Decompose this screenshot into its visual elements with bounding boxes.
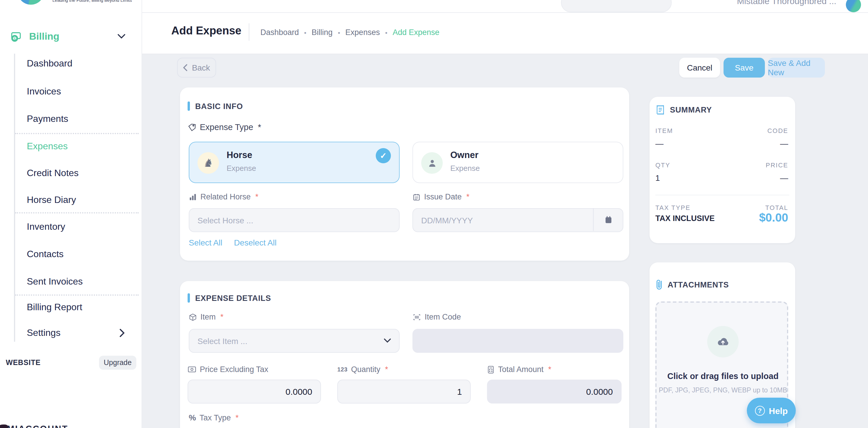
website-row: WEBSITE Upgrade — [0, 353, 142, 372]
receipt-icon — [655, 104, 665, 115]
calendar-icon — [412, 193, 421, 201]
sidebar-item-sent-invoices[interactable]: Sent Invoices — [27, 276, 83, 288]
app-window: Leading the Future, Billing Beyond Limit… — [0, 0, 868, 428]
summary-code-label: CODE — [767, 127, 788, 134]
breadcrumb-expenses[interactable]: Expenses — [345, 28, 380, 37]
select-all-link[interactable]: Select All — [189, 238, 222, 247]
question-icon: ? — [755, 405, 765, 416]
summary-price-label: PRICE — [766, 162, 788, 169]
sidebar-item-invoices[interactable]: Invoices — [27, 86, 61, 98]
expense-type-horse-card[interactable]: ♞ Horse Expense ✓ — [189, 142, 400, 183]
save-button[interactable]: Save — [723, 58, 765, 78]
expense-type-label: Expense Type * — [188, 122, 261, 132]
upgrade-button[interactable]: Upgrade — [99, 356, 136, 370]
basic-info-title: BASIC INFO — [195, 102, 243, 111]
summary-divider — [655, 195, 789, 195]
required-mark: * — [385, 365, 388, 374]
required-mark: * — [255, 193, 259, 201]
calendar-picker-button[interactable] — [593, 208, 623, 231]
breadcrumb: Dashboard • Billing • Expenses • Add Exp… — [260, 28, 439, 37]
expense-details-card: EXPENSE DETAILS Item * Select Item ... I… — [180, 281, 629, 428]
required-mark: * — [466, 193, 469, 201]
item-code-label: Item Code — [412, 313, 461, 321]
type-name: Owner — [450, 150, 478, 160]
barcode-icon — [412, 313, 421, 321]
summary-item-value: — — [655, 139, 663, 148]
summary-total-label: TOTAL — [765, 204, 788, 211]
save-add-new-button[interactable]: Save & Add New — [768, 58, 825, 78]
required-mark: * — [548, 365, 551, 374]
website-label: WEBSITE — [6, 359, 41, 367]
summary-code-value: — — [780, 139, 788, 148]
box-icon — [189, 313, 197, 321]
sidebar-item-contacts[interactable]: Contacts — [27, 249, 63, 261]
breadcrumb-billing[interactable]: Billing — [312, 28, 333, 37]
basic-info-header: BASIC INFO — [188, 102, 243, 111]
horse-select-links: Select All Deselect All — [189, 238, 277, 247]
dropzone-hint: PDF, JPG, JPEG, PNG, WEBP up to 10MB — [656, 387, 789, 394]
summary-header: SUMMARY — [655, 104, 712, 115]
section-accent-bar — [188, 102, 190, 111]
breadcrumb-dashboard[interactable]: Dashboard — [260, 28, 299, 37]
person-icon — [421, 152, 443, 174]
breadcrumb-add-expense: Add Expense — [393, 28, 439, 37]
required-mark: * — [236, 413, 239, 422]
summary-price-value: — — [780, 173, 788, 182]
attachments-header: ATTACHMENTS — [655, 279, 729, 290]
sidebar-billing-label: Billing — [29, 31, 59, 42]
related-horse-input[interactable] — [189, 208, 400, 232]
sidebar-divider — [15, 212, 138, 213]
money-icon: $ — [9, 30, 22, 43]
app-logo — [18, 0, 44, 5]
quantity-input[interactable] — [337, 380, 471, 403]
price-excluding-tax-input[interactable] — [188, 380, 321, 403]
sidebar-item-billing-report[interactable]: Billing Report — [27, 302, 82, 314]
sidebar-item-payments[interactable]: Payments — [27, 114, 68, 125]
item-code-input — [412, 329, 623, 353]
sidebar-item-expenses[interactable]: Expenses — [27, 141, 68, 153]
deselect-all-link[interactable]: Deselect All — [234, 238, 276, 247]
type-name: Horse — [227, 150, 252, 160]
avatar[interactable] — [846, 0, 861, 12]
total-amount-input — [487, 380, 622, 403]
chevron-left-icon — [183, 64, 188, 71]
sidebar-item-dashboard[interactable]: Dashboard — [27, 58, 72, 70]
summary-qty-value: 1 — [655, 173, 660, 182]
bullet-icon: • — [385, 29, 388, 36]
cancel-button[interactable]: Cancel — [679, 58, 720, 78]
search-input[interactable] — [561, 0, 672, 12]
help-button[interactable]: ? Help — [747, 398, 796, 423]
expense-details-header: EXPENSE DETAILS — [188, 293, 271, 303]
expense-details-title: EXPENSE DETAILS — [195, 293, 271, 302]
tax-type-label: % Tax Type * — [189, 413, 239, 422]
sidebar-item-billing[interactable]: $ Billing — [0, 29, 142, 44]
tag-icon — [188, 123, 196, 132]
sidebar-divider — [15, 294, 138, 296]
bullet-icon: • — [338, 29, 340, 36]
back-button[interactable]: Back — [177, 58, 216, 78]
summary-total-value: $0.00 — [759, 211, 788, 225]
sidebar-item-settings[interactable]: Settings — [27, 328, 61, 339]
svg-text:$: $ — [14, 36, 16, 41]
app-tagline: Leading the Future, Billing Beyond Limit… — [53, 0, 132, 3]
header-divider — [249, 23, 249, 41]
bullet-icon: • — [304, 29, 306, 36]
horse-icon: ♞ — [197, 152, 219, 174]
price-excluding-tax-label: Price Excluding Tax — [188, 365, 268, 374]
sidebar-item-credit-notes[interactable]: Credit Notes — [27, 168, 79, 179]
item-select[interactable]: Select Item ... — [189, 329, 400, 353]
bar-chart-icon — [189, 193, 197, 201]
sidebar-indent-line — [14, 54, 15, 342]
summary-item-label: ITEM — [655, 127, 673, 134]
chevron-down-icon — [384, 338, 391, 343]
account-name[interactable]: Mistable Thoroughbred ... — [737, 0, 836, 6]
item-label: Item * — [189, 313, 223, 321]
issue-date-input[interactable] — [412, 208, 623, 232]
section-accent-bar — [188, 293, 190, 303]
sidebar-item-inventory[interactable]: Inventory — [27, 222, 65, 233]
sidebar-item-horse-diary[interactable]: Horse Diary — [27, 195, 76, 206]
help-label: Help — [769, 405, 787, 416]
check-icon: ✓ — [376, 148, 391, 163]
expense-type-owner-card[interactable]: Owner Expense — [412, 142, 623, 183]
summary-qty-label: QTY — [655, 162, 670, 169]
